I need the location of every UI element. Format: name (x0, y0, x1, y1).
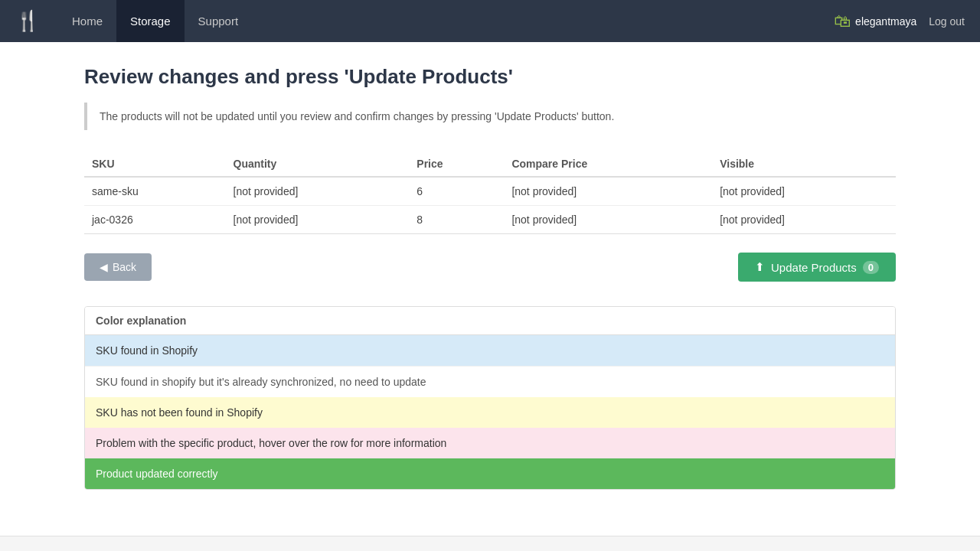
main-content: Review changes and press 'Update Product… (69, 42, 911, 536)
col-header-sku: SKU (84, 152, 226, 177)
product-table: SKU Quantity Price Compare Price Visible… (84, 152, 896, 234)
color-row-yellow: SKU has not been found in Shopify (85, 397, 895, 428)
color-row-white: SKU found in shopify but it's already sy… (85, 366, 895, 397)
nav-storage[interactable]: Storage (116, 0, 185, 42)
color-row-blue: SKU found in Shopify (85, 335, 895, 366)
color-explanation-title: Color explanation (85, 307, 895, 335)
color-row-pink: Problem with the specific product, hover… (85, 428, 895, 458)
cell-visible: [not provided] (712, 177, 896, 206)
color-explanation: Color explanation SKU found in ShopifySK… (84, 306, 896, 490)
cell-quantity: [not provided] (226, 206, 410, 234)
update-badge: 0 (863, 261, 879, 274)
update-label: Update Products (771, 261, 857, 274)
logout-button[interactable]: Log out (929, 15, 965, 28)
back-button[interactable]: ◀ Back (84, 253, 152, 281)
info-block: The products will not be updated until y… (84, 103, 896, 130)
nav-support[interactable]: Support (185, 0, 253, 42)
navbar-right: 🛍 elegantmaya Log out (834, 11, 965, 31)
shopify-brand: 🛍 elegantmaya (834, 11, 916, 31)
update-products-button[interactable]: ⬆ Update Products 0 (738, 253, 896, 282)
cell-sku: jac-0326 (84, 206, 226, 234)
footer: Created by menelabs, 2014 All Rights Res… (0, 536, 980, 551)
cell-price: 8 (409, 206, 504, 234)
nav-links: Home Storage Support (58, 0, 834, 42)
cell-price: 6 (409, 177, 504, 206)
col-header-quantity: Quantity (226, 152, 410, 177)
col-header-compare-price: Compare Price (504, 152, 712, 177)
navbar: 🍴 Home Storage Support 🛍 elegantmaya Log… (0, 0, 980, 42)
brand-logo: 🍴 (15, 9, 43, 33)
cell-compare-price: [not provided] (504, 206, 712, 234)
upload-icon: ⬆ (755, 260, 765, 274)
chef-icon: 🍴 (15, 9, 40, 33)
cell-compare-price: [not provided] (504, 177, 712, 206)
info-text: The products will not be updated until y… (100, 110, 614, 122)
table-row: jac-0326 [not provided] 8 [not provided]… (84, 206, 896, 234)
shopify-icon: 🛍 (834, 11, 851, 31)
table-row: same-sku [not provided] 6 [not provided]… (84, 177, 896, 206)
back-icon: ◀ (100, 261, 108, 273)
color-row-green: Product updated correctly (85, 458, 895, 489)
cell-sku: same-sku (84, 177, 226, 206)
cell-quantity: [not provided] (226, 177, 410, 206)
page-title: Review changes and press 'Update Product… (84, 65, 896, 89)
cell-visible: [not provided] (712, 206, 896, 234)
buttons-row: ◀ Back ⬆ Update Products 0 (84, 253, 896, 282)
nav-home[interactable]: Home (58, 0, 116, 42)
shopify-username: elegantmaya (855, 15, 916, 28)
col-header-price: Price (409, 152, 504, 177)
back-label: Back (113, 261, 136, 273)
col-header-visible: Visible (712, 152, 896, 177)
